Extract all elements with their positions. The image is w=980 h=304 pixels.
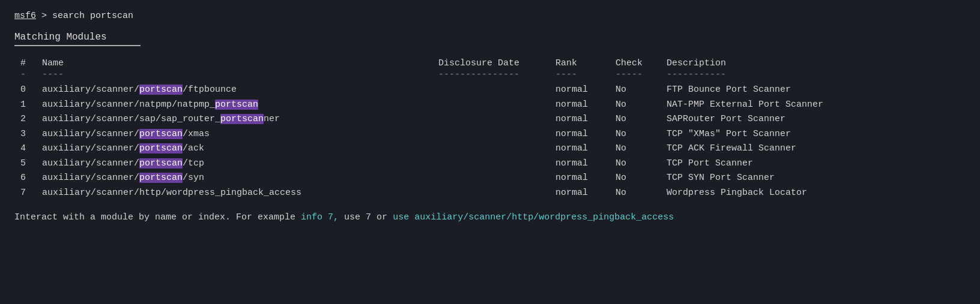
- cell-desc-7: Wordpress Pingback Locator: [667, 186, 966, 200]
- header-num: #: [20, 58, 42, 68]
- cell-num-0: 0: [20, 83, 42, 97]
- cell-check-5: No: [616, 157, 667, 171]
- cell-rank-3: normal: [555, 128, 616, 142]
- cell-rank-4: normal: [555, 142, 616, 156]
- footer-space: [387, 212, 393, 222]
- highlight-5: portscan: [139, 158, 183, 168]
- highlight-4: portscan: [139, 143, 183, 153]
- highlight-6: portscan: [139, 173, 183, 183]
- prompt-command: search portscan: [52, 11, 133, 21]
- footer-example1: info 7,: [301, 212, 339, 222]
- cell-rank-6: normal: [555, 171, 616, 185]
- header-date: Disclosure Date: [438, 58, 555, 68]
- cell-name-4: auxiliary/scanner/portscan/ack: [42, 142, 438, 156]
- table-row: 1 auxiliary/scanner/natpmp/natpmp_portsc…: [14, 98, 966, 112]
- footer-text-before: Interact with a module by name or index.…: [14, 212, 301, 222]
- highlight-2: portscan: [220, 114, 264, 124]
- div-check: -----: [616, 70, 667, 80]
- cell-date-3: [438, 128, 555, 142]
- highlight-3: portscan: [139, 129, 183, 139]
- cell-rank-1: normal: [555, 98, 616, 112]
- cell-date-7: [438, 186, 555, 200]
- highlight-1: portscan: [215, 100, 258, 110]
- cell-check-1: No: [616, 98, 667, 112]
- cell-desc-3: TCP "XMas" Port Scanner: [667, 128, 966, 142]
- prompt-line: msf6 > search portscan: [14, 11, 966, 21]
- cell-name-7: auxiliary/scanner/http/wordpress_pingbac…: [42, 186, 438, 200]
- table-row: 5 auxiliary/scanner/portscan/tcp normal …: [14, 157, 966, 171]
- cell-num-5: 5: [20, 157, 42, 171]
- cell-desc-4: TCP ACK Firewall Scanner: [667, 142, 966, 156]
- cell-rank-2: normal: [555, 113, 616, 127]
- footer-line: Interact with a module by name or index.…: [14, 210, 966, 225]
- table-row: 7 auxiliary/scanner/http/wordpress_pingb…: [14, 186, 966, 200]
- terminal-window: msf6 > search portscan Matching Modules …: [14, 11, 966, 225]
- div-desc: -----------: [667, 70, 966, 80]
- cell-name-0: auxiliary/scanner/portscan/ftpbounce: [42, 83, 438, 97]
- cell-num-6: 6: [20, 171, 42, 185]
- cell-desc-2: SAPRouter Port Scanner: [667, 113, 966, 127]
- cell-rank-7: normal: [555, 186, 616, 200]
- cell-rank-5: normal: [555, 157, 616, 171]
- table-row: 2 auxiliary/scanner/sap/sap_router_ports…: [14, 113, 966, 127]
- highlight-0: portscan: [139, 85, 183, 95]
- footer-example2: use auxiliary/scanner/http/wordpress_pin…: [393, 212, 674, 222]
- footer-or: or: [377, 212, 387, 222]
- cell-date-4: [438, 142, 555, 156]
- prompt-separator: >: [36, 11, 52, 21]
- cell-check-4: No: [616, 142, 667, 156]
- cell-rank-0: normal: [555, 83, 616, 97]
- cell-name-1: auxiliary/scanner/natpmp/natpmp_portscan: [42, 98, 438, 112]
- cell-check-2: No: [616, 113, 667, 127]
- modules-table: # Name Disclosure Date Rank Check Descri…: [14, 58, 966, 200]
- cell-desc-0: FTP Bounce Port Scanner: [667, 83, 966, 97]
- section-underline: [14, 45, 141, 46]
- cell-name-2: auxiliary/scanner/sap/sap_router_portsca…: [42, 113, 438, 127]
- cell-num-3: 3: [20, 128, 42, 142]
- table-row: 6 auxiliary/scanner/portscan/syn normal …: [14, 171, 966, 185]
- cell-date-0: [438, 83, 555, 97]
- prompt-prefix: msf6: [14, 11, 36, 21]
- table-header-row: # Name Disclosure Date Rank Check Descri…: [14, 58, 966, 68]
- cell-name-3: auxiliary/scanner/portscan/xmas: [42, 128, 438, 142]
- header-name: Name: [42, 58, 438, 68]
- table-divider-row: - ---- --------------- ---- ----- ------…: [14, 70, 966, 80]
- table-row: 4 auxiliary/scanner/portscan/ack normal …: [14, 142, 966, 156]
- section-title: Matching Modules: [14, 32, 966, 43]
- table-row: 0 auxiliary/scanner/portscan/ftpbounce n…: [14, 83, 966, 97]
- cell-date-2: [438, 113, 555, 127]
- cell-num-1: 1: [20, 98, 42, 112]
- cell-check-7: No: [616, 186, 667, 200]
- cell-name-6: auxiliary/scanner/portscan/syn: [42, 171, 438, 185]
- cell-num-2: 2: [20, 113, 42, 127]
- header-rank: Rank: [555, 58, 616, 68]
- cell-num-7: 7: [20, 186, 42, 200]
- cell-desc-6: TCP SYN Port Scanner: [667, 171, 966, 185]
- div-num: -: [20, 70, 42, 80]
- div-name: ----: [42, 70, 438, 80]
- cell-desc-5: TCP Port Scanner: [667, 157, 966, 171]
- table-row: 3 auxiliary/scanner/portscan/xmas normal…: [14, 128, 966, 142]
- div-rank: ----: [555, 70, 616, 80]
- cell-date-1: [438, 98, 555, 112]
- cell-check-0: No: [616, 83, 667, 97]
- cell-num-4: 4: [20, 142, 42, 156]
- cell-check-3: No: [616, 128, 667, 142]
- cell-name-5: auxiliary/scanner/portscan/tcp: [42, 157, 438, 171]
- cell-date-6: [438, 171, 555, 185]
- cell-date-5: [438, 157, 555, 171]
- header-desc: Description: [667, 58, 966, 68]
- cell-check-6: No: [616, 171, 667, 185]
- footer-use7: use 7: [339, 212, 377, 222]
- div-date: ---------------: [438, 70, 555, 80]
- header-check: Check: [616, 58, 667, 68]
- cell-desc-1: NAT-PMP External Port Scanner: [667, 98, 966, 112]
